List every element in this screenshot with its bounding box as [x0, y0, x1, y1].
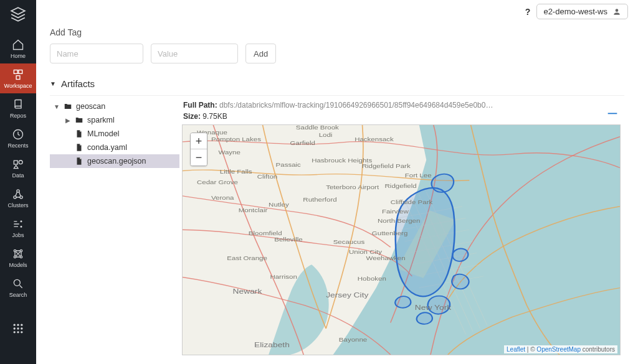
map-city-label: Saddle Brook [296, 125, 340, 131]
map-canvas: WayneWanaquePompton LakesLittle FallsCed… [183, 125, 620, 355]
artifacts-title: Artifacts [61, 78, 95, 89]
leaflet-link[interactable]: Leaflet [507, 346, 525, 353]
sidebar-item-jobs[interactable]: Jobs [0, 213, 36, 243]
tree-file-selected[interactable]: geoscan.geojson [50, 154, 179, 168]
caret-down-icon: ▼ [54, 103, 60, 110]
osm-link[interactable]: OpenStreetMap [536, 346, 581, 353]
map-city-label: Cliffside Park [391, 199, 433, 205]
sidebar-item-clusters[interactable]: Clusters [0, 183, 36, 213]
svg-point-24 [21, 331, 22, 333]
svg-point-17 [17, 324, 19, 326]
map-city-label: Passaic [276, 162, 301, 168]
svg-rect-0 [14, 70, 17, 73]
svg-point-5 [19, 160, 22, 164]
sidebar-item-search[interactable]: Search [0, 273, 36, 302]
tree-item-label: conda.yaml [87, 143, 127, 152]
svg-point-13 [14, 256, 16, 258]
svg-point-16 [14, 324, 16, 326]
map-city-label: Lodi [319, 132, 333, 138]
map-city-label: East Orange [227, 255, 267, 261]
map-city-label: Ridgefield Park [362, 163, 411, 169]
tree-item-label: geoscan.geojson [87, 157, 146, 166]
artifacts-collapse-caret[interactable]: ▼ [50, 80, 56, 87]
map-city-label: Belleville [274, 236, 303, 243]
file-icon [75, 157, 83, 166]
map-city-label: Weehawken [366, 255, 406, 261]
svg-point-21 [21, 327, 22, 329]
map-city-label: Cedar Grove [197, 179, 238, 185]
map-city-label: Fairview [382, 208, 409, 215]
map-city-label: Newark [233, 287, 263, 295]
sidebar-item-repos[interactable]: Repos [0, 93, 36, 123]
map-city-label: Jersey City [326, 291, 369, 299]
user-icon [612, 7, 621, 16]
svg-rect-1 [19, 70, 22, 73]
sidebar-item-label: Data [12, 173, 24, 179]
zoom-in-button[interactable]: + [191, 133, 207, 149]
map-city-label: Hackensack [355, 136, 394, 142]
map-city-label: Harrison [270, 274, 297, 280]
tree-file[interactable]: MLmodel [50, 127, 179, 141]
download-button[interactable] [606, 102, 619, 118]
geojson-map[interactable]: WayneWanaquePompton LakesLittle FallsCed… [182, 124, 621, 355]
sidebar-item-apps[interactable] [0, 314, 36, 343]
svg-point-11 [14, 250, 16, 251]
map-city-label: Clifton [257, 174, 278, 180]
sidebar-item-data[interactable]: Data [0, 153, 36, 183]
logo [10, 6, 26, 22]
artifact-tree: ▼ geoscan ▶ sparkml MLmodel [50, 96, 179, 359]
sidebar-item-label: Workspace [4, 83, 32, 89]
svg-point-10 [21, 226, 22, 227]
artifact-viewer: Full Path: dbfs:/databricks/mlflow-track… [179, 96, 624, 359]
tag-value-input[interactable] [151, 44, 238, 63]
tree-file[interactable]: conda.yaml [50, 141, 179, 154]
file-icon [75, 143, 83, 152]
svg-point-9 [21, 221, 22, 222]
svg-point-19 [14, 327, 16, 329]
help-icon[interactable]: ? [525, 7, 531, 17]
sidebar-item-models[interactable]: Models [0, 243, 36, 273]
sidebar-item-label: Clusters [7, 203, 28, 208]
map-attribution: Leaflet | © OpenStreetMap contributors [504, 345, 617, 353]
add-tag-button[interactable]: Add [245, 44, 276, 63]
map-city-label: Teterboro Airport [326, 184, 379, 190]
sidebar-item-home[interactable]: Home [0, 34, 36, 63]
workspace-name: e2-demo-west-ws [543, 7, 607, 16]
tree-item-label: sparkml [87, 116, 115, 124]
map-city-label: Guttenberg [372, 230, 408, 236]
map-city-label: Hasbrouck Heights [312, 157, 372, 164]
svg-point-23 [17, 331, 19, 333]
map-city-label: Union City [349, 249, 383, 255]
svg-point-14 [20, 256, 22, 258]
svg-point-18 [21, 324, 22, 326]
tree-folder-root[interactable]: ▼ geoscan [50, 100, 179, 113]
map-city-label: Elizabeth [254, 341, 290, 348]
sidebar-item-label: Search [9, 292, 27, 298]
tree-item-label: MLmodel [87, 129, 119, 138]
folder-icon [75, 116, 83, 124]
zoom-out-button[interactable]: − [191, 149, 207, 166]
topbar: ? e2-demo-west-ws [525, 4, 628, 19]
fullpath-label: Full Path: [183, 101, 217, 110]
addtag-title: Add Tag [50, 27, 624, 37]
sidebar-item-label: Jobs [12, 233, 24, 238]
map-city-label: Rutherford [303, 197, 337, 203]
map-city-label: Ridgefield [385, 183, 417, 189]
svg-rect-2 [16, 75, 20, 79]
workspace-selector[interactable]: e2-demo-west-ws [536, 4, 628, 19]
map-city-label: Little Falls [220, 169, 252, 175]
svg-point-20 [17, 327, 19, 329]
sidebar-item-recents[interactable]: Recents [0, 123, 36, 153]
sidebar-item-workspace[interactable]: Workspace [0, 63, 36, 93]
sidebar-item-label: Home [11, 54, 26, 59]
tag-name-input[interactable] [50, 44, 143, 63]
map-city-label: Garfield [290, 140, 315, 146]
svg-point-15 [14, 279, 20, 286]
tree-folder[interactable]: ▶ sparkml [50, 113, 179, 127]
fullpath-value: dbfs:/databricks/mlflow-tracking/1910664… [219, 100, 493, 111]
addtag-row: Add [50, 44, 624, 63]
map-city-label: New York [415, 304, 452, 311]
caret-right-icon: ▶ [65, 117, 71, 124]
sidebar: Home Workspace Repos Recents Data Cluste… [0, 0, 36, 364]
svg-point-22 [14, 331, 16, 333]
